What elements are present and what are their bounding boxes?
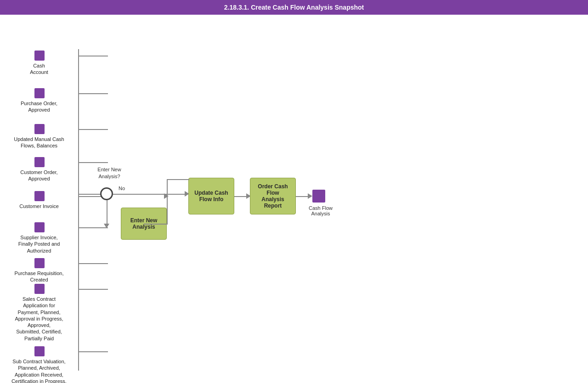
no-label: No [119,186,125,191]
cash-account-icon [34,51,45,61]
sub-contract-label: Sub Contract Valuation,Planned, Archived… [11,358,67,383]
sidebar-item-cash-account: Cash Account [0,51,78,76]
supplier-invoice-label: Supplier Invoice,Finally Posted andAutho… [18,234,60,254]
order-to-cf-arrow [308,193,312,199]
customer-order-icon [34,157,45,167]
purchase-req-label: Purchase Requisition,Created [14,270,63,283]
cash-flow-analysis-label: Cash FlowAnalysis [302,205,339,216]
enter-new-arrow-right [164,193,169,199]
purchase-order-label: Purchase Order,Approved [21,100,57,113]
enter-new-up-vline [167,179,168,224]
sidebar-vertical-line [78,49,79,371]
enter-new-top-hline [167,179,189,180]
order-report-label: Order Cash FlowAnalysis Report [254,183,292,209]
customer-invoice-icon [34,191,45,201]
sub-contract-icon [34,346,45,356]
sidebar-item-sub-contract: Sub Contract Valuation,Planned, Archived… [0,346,78,383]
cash-account-label: Cash Account [30,62,48,76]
yes-arrow-down [104,224,109,228]
no-hline [113,194,187,195]
purchase-order-icon [34,88,45,98]
supplier-invoice-icon [34,222,45,232]
question-label: Enter NewAnalysis? [89,166,130,180]
cash-flow-end-box [312,190,325,203]
sales-contract-hline [78,289,108,290]
circle-node [100,187,113,200]
update-cash-flow-box[interactable]: Update CashFlow Info [188,178,234,214]
sales-contract-label: Sales ContractApplication forPayment, Pl… [15,296,63,342]
yes-vline [107,200,107,225]
enter-new-right-hline [144,224,168,225]
manual-cash-hline [78,129,108,130]
sidebar-item-purchase-order: Purchase Order,Approved [0,88,78,113]
sales-contract-icon [34,284,45,294]
purchase-req-icon [34,258,45,268]
customer-order-hline [78,162,108,163]
cash-account-hline [78,56,108,56]
order-report-box[interactable]: Order Cash FlowAnalysis Report [250,178,296,214]
title-bar: 2.18.3.1. Create Cash Flow Analysis Snap… [0,0,588,15]
sidebar-item-customer-order: Customer Order,Approved [0,157,78,182]
customer-order-label: Customer Order,Approved [20,169,57,182]
sidebar-item-sales-contract: Sales ContractApplication forPayment, Pl… [0,284,78,342]
sub-contract-hline [78,351,108,352]
manual-cash-label: Updated Manual CashFlows, Balances [14,136,64,149]
sidebar-item-supplier-invoice: Supplier Invoice,Finally Posted andAutho… [0,222,78,254]
sidebar-item-customer-invoice: Customer Invoice [0,191,78,209]
manual-cash-icon [34,124,45,134]
purchase-req-hline [78,263,108,264]
sidebar-item-manual-cash: Updated Manual CashFlows, Balances [0,124,78,149]
canvas: Cash Account Purchase Order,Approved Upd… [0,15,588,383]
update-cash-flow-label: Update CashFlow Info [194,190,228,203]
customer-invoice-label: Customer Invoice [19,203,59,209]
purchase-order-hline [78,93,108,94]
sidebar-item-purchase-req: Purchase Requisition,Created [0,258,78,283]
